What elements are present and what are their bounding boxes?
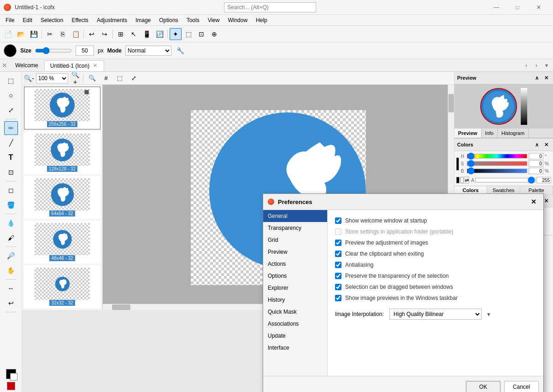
s-slider[interactable] [467,161,527,166]
tab-preview[interactable]: Preview [454,129,482,138]
transform-tool-btn[interactable]: ⤢ [4,103,18,117]
tab-welcome[interactable]: Welcome [9,60,44,70]
new-button[interactable]: 📄 [2,28,14,40]
brush-tool-btn[interactable]: 🖌 [4,231,18,245]
zoom-tool-btn[interactable]: 🔎 [4,249,18,263]
color-swap-btn[interactable]: ⇄ [465,176,469,184]
maximize-button[interactable]: □ [507,0,528,15]
arrows-tool-btn[interactable]: ↔ [4,281,18,295]
chk-clipboard[interactable] [335,251,341,257]
tab-prev-btn[interactable]: ‹ [522,61,531,70]
minimize-button[interactable]: — [486,0,507,15]
size-input[interactable] [76,46,94,56]
eyedropper-btn[interactable]: 🔧 [175,46,185,56]
b-input[interactable] [529,168,543,174]
grid-canvas-btn[interactable]: # [100,73,112,84]
color-swatch[interactable] [456,158,459,170]
grid-button[interactable]: ⊞ [115,28,127,40]
pref-explorer[interactable]: Explorer [263,282,327,294]
text-tool-btn[interactable]: T [4,151,18,164]
grid2-button[interactable]: ⊡ [195,28,207,40]
check-button[interactable]: ✦ [170,28,182,40]
menu-effects[interactable]: Effects [68,16,92,24]
lasso-tool-btn[interactable]: ○ [4,88,18,102]
zoom-out-btn[interactable]: 🔍- [24,73,34,83]
preview-collapse-btn[interactable]: ∧ [533,74,541,82]
cancel-button[interactable]: Cancel [504,381,539,392]
rotate-button[interactable]: 🔃 [153,28,165,40]
pref-interface[interactable]: Interface [263,342,327,354]
zoom-in-btn[interactable]: 🔍+ [70,73,80,83]
chk-antialiasing[interactable] [335,262,341,268]
selection-tool-btn[interactable]: ⬚ [4,74,18,88]
paste-button[interactable]: 📋 [70,28,82,40]
pref-preview[interactable]: Preview [263,246,327,258]
ok-button[interactable]: OK [466,381,500,392]
menu-view[interactable]: View [204,16,224,24]
foreground-color[interactable] [6,369,16,379]
copy-button[interactable]: ⎘ [57,28,69,40]
search-input[interactable] [224,2,316,12]
pref-history[interactable]: History [263,294,327,306]
dialog-close-btn[interactable]: ✕ [529,197,539,207]
menu-edit[interactable]: Edit [19,16,36,24]
pen-tool-btn[interactable]: ✏ [4,121,18,135]
close-panel-btn[interactable]: ✕ [2,62,7,69]
interpolation-select[interactable]: High Quality Bilinear Nearest Neighbor B… [389,309,482,320]
tab-menu-btn[interactable]: ▾ [542,61,551,70]
stack-button[interactable]: ⊕ [208,28,220,40]
transform-canvas-btn[interactable]: ⤢ [128,73,140,84]
hand-tool-btn[interactable]: ✋ [4,263,18,277]
menu-help[interactable]: Help [252,16,271,24]
tab-untitled[interactable]: Untitled-1 (Icon) ✕ [44,60,104,71]
pref-options[interactable]: Options [263,270,327,282]
mode-select[interactable]: Normal Dissolve Multiply Screen [125,46,171,56]
pref-general[interactable]: General [263,210,327,222]
chk-drag[interactable] [335,284,341,290]
pref-grid[interactable]: Grid [263,234,327,246]
chk-transparency[interactable] [335,273,341,279]
b-slider[interactable] [467,169,527,173]
fill-tool-btn[interactable]: 🪣 [4,198,18,212]
chk-preview-adj[interactable] [335,240,341,246]
menu-window[interactable]: Window [224,16,251,24]
menu-tools[interactable]: Tools [183,16,203,24]
menu-file[interactable]: File [2,16,18,24]
preview-close-btn[interactable]: ✕ [542,74,550,82]
pref-actions[interactable]: Actions [263,258,327,270]
chk-taskbar[interactable] [335,295,341,301]
h-input[interactable] [529,153,543,159]
undo-tool-btn[interactable]: ↩ [4,296,18,310]
scroll-thumb-v[interactable] [448,94,454,112]
menu-image[interactable]: Image [132,16,154,24]
save-button[interactable]: 💾 [28,28,40,40]
frame-button[interactable]: ⬚ [182,28,194,40]
pref-update[interactable]: Update [263,330,327,342]
cut-button[interactable]: ✂ [44,28,56,40]
close-button[interactable]: ✕ [528,0,549,15]
small-bg-swatch[interactable] [460,177,464,183]
tab-next-btn[interactable]: › [532,61,541,70]
a-slider[interactable] [475,178,535,182]
cursor-button[interactable]: ↖ [128,28,140,40]
icon-item-256[interactable]: 256x256 - 32 [24,87,100,129]
colors-close-btn[interactable]: ✕ [542,140,550,149]
special-color[interactable] [7,382,15,390]
icon-item-32[interactable]: 32x32 - 32 [24,265,100,308]
a-input[interactable] [536,177,551,183]
small-fg-swatch[interactable] [456,177,459,183]
chk-portable[interactable] [335,228,341,235]
menu-options[interactable]: Options [155,16,182,24]
eyedropper-tool-btn[interactable]: 💧 [4,216,18,230]
icon-item-128[interactable]: 128x128 - 32 [24,131,100,174]
phone-button[interactable]: 📱 [141,28,153,40]
tab-histogram[interactable]: Histogram [498,129,529,138]
frame-canvas-btn[interactable]: ⬚ [114,73,126,84]
colors-collapse-btn[interactable]: ∧ [533,140,541,149]
menu-selection[interactable]: Selection [37,16,67,24]
eraser-tool-btn[interactable]: ◻ [4,183,18,197]
pref-associations[interactable]: Associations [263,318,327,330]
chk-welcome[interactable] [335,217,341,224]
icon-item-64[interactable]: 64x64 - 32 [24,176,100,219]
h-slider[interactable] [467,154,527,158]
